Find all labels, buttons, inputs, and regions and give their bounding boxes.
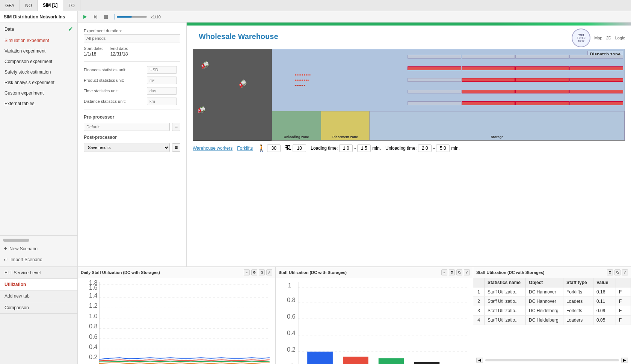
svg-text:0.4: 0.4 [287, 329, 296, 336]
finances-unit-input[interactable] [147, 66, 177, 74]
unloading-time-max-input[interactable] [436, 144, 450, 152]
table-header: Statistics name Object Staff type Value [473, 278, 631, 287]
logic-button[interactable]: Logic [615, 36, 625, 40]
sidebar-menu: Data ✔ Simulation experiment Variation e… [0, 23, 77, 235]
preprocessor-menu-button[interactable]: ≡ [172, 123, 180, 131]
workers-count-input[interactable] [267, 144, 281, 152]
sidebar-item-variation[interactable]: Variation experiment [0, 46, 77, 56]
bottom-tab-elt[interactable]: ELT Service Level [0, 267, 77, 279]
svg-text:1.2: 1.2 [89, 302, 98, 309]
warehouse-title: Wholesale Warehouse [193, 29, 284, 42]
sidebar-item-simulation[interactable]: Simulation experiment [0, 35, 77, 46]
settings-icon[interactable]: ⚙ [251, 269, 257, 275]
stop-button[interactable] [102, 13, 110, 21]
left-sidebar: SIM Distribution Network Ins Data ✔ Simu… [0, 11, 78, 266]
truck-icon-2: 🚛 [237, 78, 248, 89]
duration-input[interactable] [84, 34, 180, 42]
staff-table-icon[interactable]: ≡ [441, 269, 447, 275]
tbl-copy-icon[interactable]: ⧉ [614, 269, 620, 275]
table-panel-title: Staff Utilization (DC with Storages) [476, 270, 545, 275]
table-icon[interactable]: ≡ [244, 269, 250, 275]
time-unit-input[interactable] [147, 87, 177, 95]
svg-marker-1 [94, 15, 97, 19]
table-scroll-right[interactable]: ▶ [621, 358, 628, 362]
bottom-tab-add[interactable]: Add new tab [0, 290, 77, 302]
tbl-settings-icon[interactable]: ⚙ [607, 269, 613, 275]
preprocessor-label: Pre-processor [84, 114, 180, 120]
viz-top: Wholesale Warehouse Wed 10:12 10/12 Map … [187, 26, 631, 266]
new-scenario-button[interactable]: + New Scenario [0, 243, 77, 254]
warehouse-workers-tab[interactable]: Warehouse workers [193, 146, 232, 151]
forklifts-tab[interactable]: Forklifts [237, 146, 253, 151]
svg-marker-0 [83, 15, 87, 19]
2d-button[interactable]: 2D [606, 36, 611, 40]
center-content: x1/10 Experiment duration: Start date: 1… [78, 11, 631, 266]
postprocessor-select[interactable]: Save results [84, 143, 170, 152]
table-horizontal-scrollbar[interactable] [485, 359, 619, 361]
tab-gfa[interactable]: GFA [0, 0, 20, 11]
tab-to[interactable]: TO [63, 0, 80, 11]
distance-stat-row: Distance statistics unit: [84, 98, 180, 105]
preprocessor-input[interactable] [84, 123, 170, 131]
staff-copy-icon[interactable]: ⧉ [456, 269, 462, 275]
svg-rect-49 [414, 362, 439, 364]
sidebar-item-custom[interactable]: Custom experiment [0, 88, 77, 98]
table-scroll[interactable]: 1 Staff Utilizatio... DC Hannover Forkli… [473, 287, 631, 356]
date-row: Start date: 1/1/18 End date: 12/31/18 [84, 46, 180, 57]
svg-rect-48 [378, 358, 404, 364]
staff-settings-icon[interactable]: ⚙ [449, 269, 455, 275]
sidebar-item-safety-stock[interactable]: Safety stock estimation [0, 67, 77, 77]
table-scrollbar-row: ◀ ▶ [473, 356, 631, 364]
staff-util-svg: −0 0.2 0.4 0.6 0.8 1 [287, 280, 470, 364]
speed-label: x1/10 [151, 15, 161, 19]
viz-controls: Wed 10:12 10/12 Map 2D Logic [572, 29, 625, 47]
tab-no[interactable]: NO [20, 0, 38, 11]
product-unit-input[interactable] [147, 77, 177, 84]
expand-icon[interactable]: ⤢ [266, 269, 272, 275]
map-main-area: Dispatch zone ●●●●●●●●● ●●●●●●●● ●●●●●● [272, 49, 625, 141]
bottom-tab-utilization[interactable]: Utilization [0, 279, 77, 290]
loading-time-max-input[interactable] [357, 144, 371, 152]
sidebar-network-name: SIM Distribution Network Ins [0, 11, 77, 23]
main-area: SIM Distribution Network Ins Data ✔ Simu… [0, 11, 631, 266]
speed-slider[interactable] [117, 16, 147, 18]
distance-unit-input[interactable] [147, 98, 177, 105]
staff-util-chart-panel: Staff Utilization (DC with Storages) ≡ ⚙… [276, 267, 474, 364]
bottom-section: ELT Service Level Utilization Add new ta… [0, 266, 631, 364]
step-button[interactable] [91, 13, 100, 21]
forklifts-count-input[interactable] [293, 144, 306, 152]
tbl-expand-icon[interactable]: ⤢ [622, 269, 628, 275]
svg-rect-2 [97, 15, 97, 19]
daily-staff-chart-header: Daily Staff Utilization (DC with Storage… [78, 267, 275, 278]
warehouse-map-container: 🚛 🚛 🚛 Dispatch zone ●●● [193, 49, 625, 141]
placement-zone: Placement zone [321, 111, 370, 140]
postprocessor-menu-button[interactable]: ≡ [172, 143, 180, 152]
import-scenario-button[interactable]: ↵ Import Scenario [0, 254, 77, 265]
svg-text:1: 1 [288, 281, 291, 288]
truck-icon-1: 🚛 [199, 59, 210, 70]
play-button[interactable] [81, 13, 89, 21]
sidebar-item-comparison[interactable]: Comparison experiment [0, 56, 77, 67]
svg-text:0.6: 0.6 [287, 313, 296, 320]
sidebar-item-data[interactable]: Data ✔ [0, 23, 77, 35]
rack-row-1 [408, 55, 623, 59]
staff-chart-icon-group: ≡ ⚙ ⧉ ⤢ [441, 269, 470, 275]
staff-expand-icon[interactable]: ⤢ [464, 269, 470, 275]
copy-icon[interactable]: ⧉ [259, 269, 265, 275]
daily-staff-chart-panel: Daily Staff Utilization (DC with Storage… [78, 267, 276, 364]
unloading-time-min-input[interactable] [418, 144, 432, 152]
svg-text:1.0: 1.0 [89, 313, 98, 319]
bottom-tab-comparison[interactable]: Comparison [0, 302, 77, 314]
forklift-icon: 🏗 [285, 145, 291, 152]
chart-icon-group: ≡ ⚙ ⧉ ⤢ [244, 269, 272, 275]
svg-text:1.8: 1.8 [89, 280, 98, 286]
sidebar-item-risk-analysis[interactable]: Risk analysis experiment [0, 77, 77, 88]
unloading-time-group: Unloading time: - min. [385, 144, 460, 152]
loading-time-group: Loading time: - min. [311, 144, 381, 152]
sidebar-item-external[interactable]: External tables [0, 98, 77, 109]
loading-time-min-input[interactable] [339, 144, 353, 152]
tab-sim[interactable]: SIM [1] [38, 0, 63, 11]
svg-text:0.8: 0.8 [287, 296, 296, 303]
map-button[interactable]: Map [594, 36, 602, 40]
table-scroll-left[interactable]: ◀ [476, 358, 483, 362]
